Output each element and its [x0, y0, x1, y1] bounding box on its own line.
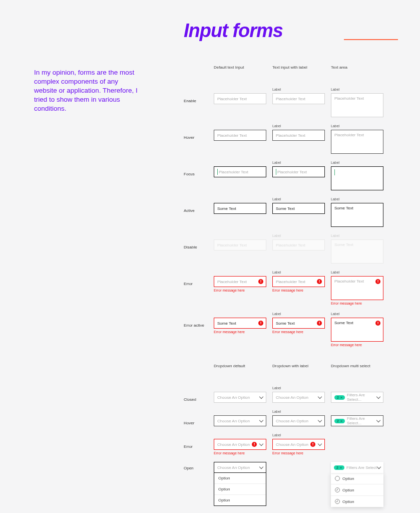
textarea-active[interactable]: Some Text: [331, 203, 383, 227]
error-icon: !: [375, 321, 380, 326]
chevron-down-icon: [259, 465, 263, 469]
error-message: Error message here: [214, 330, 266, 334]
text-input-hover[interactable]: Placeholder Text: [214, 130, 266, 141]
error-message: Error message here: [272, 330, 325, 334]
state-label-focus: Focus: [184, 161, 214, 176]
filter-pill[interactable]: 2×: [334, 395, 345, 400]
dropdown-error[interactable]: Choose An Option!: [214, 439, 266, 450]
text-input-error[interactable]: Placeholder Text!: [214, 276, 266, 287]
dropdown-labeled-error[interactable]: Choose An Option!: [272, 439, 325, 450]
page-title: Input forms: [184, 20, 283, 42]
row-error-active: Error active . Some Text! Error message …: [184, 312, 400, 347]
text-input-labeled-error-active[interactable]: Some Text!: [272, 318, 325, 329]
col-header-textarea: Text area: [331, 65, 383, 70]
dropdown-option[interactable]: Option: [214, 473, 266, 484]
error-icon: !: [310, 442, 315, 447]
field-label: Label: [331, 312, 383, 316]
chevron-down-icon: [259, 418, 263, 422]
field-label: Label: [272, 124, 325, 128]
text-input-enable[interactable]: Placeholder Text: [214, 93, 266, 104]
error-message: Error message here: [272, 451, 325, 455]
cursor-icon: [276, 169, 276, 175]
textarea-enable[interactable]: Placeholder Text: [331, 93, 383, 117]
field-label: Label: [272, 234, 325, 238]
dropdown-multi-closed[interactable]: 2× Filters Are Select...: [331, 392, 383, 403]
field-label: Label: [272, 312, 325, 316]
dropdown-multi-open[interactable]: 2× Filters Are Select...: [331, 462, 383, 473]
dropdown-option[interactable]: ✓Option: [331, 496, 383, 507]
state-label-enable: Enable: [184, 88, 214, 103]
field-label: Label: [331, 234, 383, 238]
title-underline: [344, 39, 398, 40]
error-message: Error message here: [331, 302, 383, 305]
text-input-labeled-error[interactable]: Placeholder Text!: [272, 276, 325, 287]
close-icon[interactable]: ×: [340, 396, 342, 399]
filter-pill[interactable]: 2×: [334, 465, 344, 470]
dropdown-labeled-hover[interactable]: Choose An Option: [272, 415, 325, 426]
field-label: Label: [272, 161, 325, 165]
col-header-default: Default text Input: [214, 65, 266, 70]
row-active: Active . Some Text Label Some Text Label…: [184, 197, 400, 227]
field-label: Label: [331, 124, 383, 128]
error-message: Error message here: [214, 451, 266, 455]
error-message: Error message here: [272, 289, 325, 292]
text-input-labeled-focus[interactable]: Placeholder Text: [272, 166, 325, 177]
dropdown-multi-hover[interactable]: 2× Filters Are Select...: [331, 415, 383, 426]
close-icon[interactable]: ×: [340, 419, 342, 423]
state-label-error-active: Error active: [184, 312, 214, 328]
field-label: Label: [272, 433, 325, 437]
text-input-active[interactable]: Some Text: [214, 203, 266, 214]
field-label: Label: [272, 271, 325, 275]
dropdown-labeled-closed[interactable]: Choose An Option: [272, 392, 325, 403]
row-dd-open: Open Choose An Option Option Option Opti…: [184, 462, 400, 507]
textarea-focus[interactable]: [331, 166, 383, 190]
cursor-icon: [334, 169, 335, 175]
form-states-grid: Default text Input Text input with label…: [184, 65, 400, 513]
chevron-down-icon: [318, 418, 322, 422]
text-input-labeled-hover[interactable]: Placeholder Text: [272, 130, 325, 141]
field-label: Label: [331, 271, 383, 275]
dropdown-closed[interactable]: Choose An Option: [214, 392, 266, 403]
error-icon: !: [258, 279, 263, 284]
dropdown-option[interactable]: Option: [214, 495, 266, 505]
text-input-labeled-active[interactable]: Some Text: [272, 203, 325, 214]
close-icon[interactable]: ×: [340, 466, 342, 469]
field-label: Label: [272, 197, 325, 201]
row-hover: Hover . Placeholder Text Label Placehold…: [184, 124, 400, 154]
text-input-labeled-enable[interactable]: Placeholder Text: [272, 93, 325, 104]
dropdown-hover[interactable]: Choose An Option: [214, 415, 266, 426]
intro-text: In my opinion, forms are the most comple…: [34, 68, 139, 113]
dropdown-multi-list: Option ✓Option ✓Option: [331, 473, 383, 507]
col-header-dropdown-default: Dropdown default: [214, 364, 266, 368]
filter-pill[interactable]: 2×: [334, 419, 345, 423]
col-header-dropdown-label: Dropdown with label: [272, 364, 325, 368]
text-input-error-active[interactable]: Some Text!: [214, 318, 266, 329]
error-icon: !: [258, 321, 263, 326]
row-focus: Focus . Placeholder Text Label Placehold…: [184, 161, 400, 190]
dropdown-option[interactable]: Option: [214, 484, 266, 495]
chevron-down-icon: [318, 442, 322, 446]
field-label: Label: [331, 88, 383, 92]
chevron-down-icon: [318, 395, 322, 399]
field-label: Label: [272, 386, 325, 390]
error-icon: !: [375, 279, 380, 284]
state-label-open: Open: [184, 462, 214, 470]
error-message: Error message here: [331, 343, 383, 347]
col-header-dropdown-multi: Dropdown multi select: [331, 364, 383, 368]
textarea-error-active[interactable]: Some Text!: [331, 318, 383, 342]
field-label: Label: [272, 410, 325, 414]
state-label-error: Error: [184, 271, 214, 286]
textarea-hover[interactable]: Placeholder Text: [331, 130, 383, 154]
dropdown-option[interactable]: ✓Option: [331, 484, 383, 496]
dropdown-column-headers-row: Dropdown default Dropdown with label Dro…: [184, 364, 400, 379]
textarea-error[interactable]: Placeholder Text!: [331, 276, 383, 300]
text-input-focus[interactable]: Placeholder Text: [214, 166, 266, 177]
row-error: Error . Placeholder Text! Error message …: [184, 271, 400, 305]
chevron-down-icon: [259, 442, 263, 446]
field-label: Label: [331, 161, 383, 165]
state-label-error: Error: [184, 433, 214, 449]
dropdown-open[interactable]: Choose An Option: [214, 462, 266, 473]
state-label-closed: Closed: [184, 386, 214, 402]
dropdown-option[interactable]: Option: [331, 473, 383, 484]
error-message: Error message here: [214, 289, 266, 292]
